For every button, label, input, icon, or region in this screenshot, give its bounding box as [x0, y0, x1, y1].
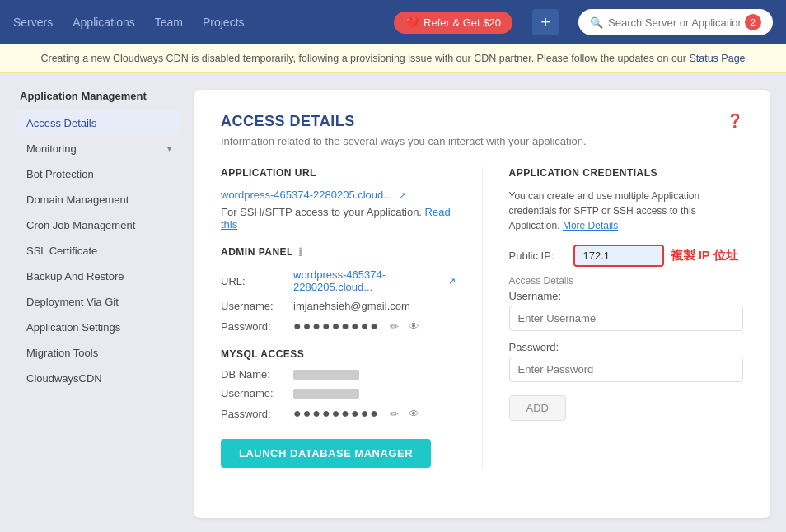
- search-input[interactable]: [608, 16, 740, 29]
- sidebar-item-access-details[interactable]: Access Details: [16, 110, 181, 136]
- admin-help-icon[interactable]: ℹ: [298, 245, 302, 259]
- mysql-password-label: Password:: [221, 408, 287, 420]
- add-button[interactable]: +: [532, 9, 559, 35]
- app-url-row: wordpress-465374-2280205.cloud... ↗: [221, 189, 456, 201]
- mysql-show-icon[interactable]: 👁: [409, 408, 419, 420]
- admin-url-label: URL:: [221, 275, 287, 287]
- left-column: APPLICATION URL wordpress-465374-2280205…: [221, 167, 456, 468]
- admin-panel-title: ADMIN PANEL: [221, 246, 293, 258]
- username-field-label: Access Details: [509, 275, 744, 287]
- page-subtitle: Information related to the several ways …: [221, 135, 587, 147]
- add-credential-button[interactable]: ADD: [509, 395, 566, 421]
- navbar: Servers Applications Team Projects ❤️ Re…: [0, 0, 786, 44]
- search-icon: 🔍: [590, 16, 603, 29]
- sidebar-item-backup-and-restore[interactable]: Backup And Restore: [16, 264, 181, 289]
- heart-icon: ❤️: [405, 16, 419, 29]
- status-page-link[interactable]: Status Page: [689, 53, 745, 64]
- show-password-icon[interactable]: 👁: [409, 320, 419, 333]
- admin-url-row: URL: wordpress-465374-2280205.cloud... ↗: [221, 268, 456, 293]
- content-header: ACCESS DETAILS Information related to th…: [221, 113, 743, 167]
- public-ip-row: Public IP: 172.1 複製 IP 位址: [509, 245, 744, 267]
- notification-badge: 2: [745, 14, 761, 30]
- nav-applications[interactable]: Applications: [73, 16, 135, 29]
- mysql-username-value: [293, 389, 359, 399]
- refer-button[interactable]: ❤️ Refer & Get $20: [394, 12, 512, 34]
- main-layout: Application Management Access Details Mo…: [0, 73, 786, 532]
- cred-username-label: Username:: [509, 290, 744, 302]
- password-field-wrapper: Password:: [509, 341, 744, 387]
- app-url-link[interactable]: wordpress-465374-2280205.cloud...: [221, 189, 392, 201]
- mysql-username-label: Username:: [221, 387, 287, 399]
- username-input[interactable]: [509, 306, 744, 331]
- public-ip-value: 172.1: [573, 245, 664, 267]
- db-name-value: [293, 370, 359, 380]
- password-input[interactable]: [509, 357, 744, 382]
- edit-password-icon[interactable]: ✏: [390, 320, 399, 333]
- sidebar: Application Management Access Details Mo…: [16, 90, 181, 518]
- banner-text: Creating a new Cloudways CDN is disabled…: [40, 53, 686, 64]
- admin-username-label: Username:: [221, 300, 287, 312]
- sidebar-item-cron-job-management[interactable]: Cron Job Management: [16, 212, 181, 238]
- nav-team[interactable]: Team: [155, 16, 183, 29]
- admin-password-label: Password:: [221, 320, 287, 333]
- public-ip-label: Public IP:: [509, 250, 567, 262]
- page-title: ACCESS DETAILS: [221, 113, 587, 130]
- sidebar-item-migration-tools[interactable]: Migration Tools: [16, 340, 181, 366]
- mysql-password-row: Password: ●●●●●●●●● ✏ 👁: [221, 406, 456, 421]
- sidebar-item-ssl-certificate[interactable]: SSL Certificate: [16, 238, 181, 264]
- admin-url-value[interactable]: wordpress-465374-2280205.cloud...: [293, 268, 438, 293]
- mysql-username-row: Username:: [221, 387, 456, 399]
- app-credentials-title: APPLICATION CREDENTIALS: [509, 167, 744, 179]
- external-link-icon[interactable]: ↗: [399, 190, 406, 200]
- launch-database-manager-button[interactable]: LAUNCH DATABASE MANAGER: [221, 439, 431, 468]
- nav-projects[interactable]: Projects: [203, 16, 245, 29]
- db-name-row: DB Name:: [221, 368, 456, 380]
- admin-username-row: Username: imjanehsieh@gmail.com: [221, 300, 456, 312]
- right-column: APPLICATION CREDENTIALS You can create a…: [482, 167, 744, 468]
- sidebar-item-domain-management[interactable]: Domain Management: [16, 187, 181, 212]
- content-panel: ACCESS DETAILS Information related to th…: [194, 90, 770, 518]
- admin-password-row: Password: ●●●●●●●●● ✏ 👁: [221, 319, 456, 334]
- sidebar-item-deployment-via-git[interactable]: Deployment Via Git: [16, 289, 181, 315]
- app-url-section-title: APPLICATION URL: [221, 167, 456, 179]
- chevron-down-icon: ▾: [167, 144, 171, 153]
- mysql-section-title: MYSQL ACCESS: [221, 348, 456, 360]
- banner: Creating a new Cloudways CDN is disabled…: [0, 44, 786, 73]
- sidebar-item-monitoring[interactable]: Monitoring ▾: [16, 136, 181, 161]
- nav-servers[interactable]: Servers: [13, 16, 53, 29]
- admin-password-dots: ●●●●●●●●●: [293, 319, 380, 334]
- admin-external-icon[interactable]: ↗: [448, 276, 456, 287]
- sidebar-item-application-settings[interactable]: Application Settings: [16, 315, 181, 340]
- admin-username-value: imjanehsieh@gmail.com: [293, 300, 410, 312]
- two-column-layout: APPLICATION URL wordpress-465374-2280205…: [221, 167, 743, 468]
- sidebar-title: Application Management: [16, 90, 181, 102]
- cred-desc-text: You can create and use multiple Applicat…: [509, 189, 744, 233]
- help-icon[interactable]: ❓: [727, 113, 743, 128]
- more-details-link[interactable]: More Details: [563, 220, 618, 231]
- db-name-label: DB Name:: [221, 368, 287, 380]
- ssh-sftp-text: For SSH/SFTP access to your Application.…: [221, 206, 456, 231]
- refer-label: Refer & Get $20: [423, 16, 501, 29]
- mysql-edit-icon[interactable]: ✏: [390, 408, 399, 420]
- search-bar: 🔍 2: [578, 9, 773, 35]
- cred-password-label: Password:: [509, 341, 744, 353]
- admin-panel-section: ADMIN PANEL ℹ: [221, 245, 456, 259]
- copy-ip-label[interactable]: 複製 IP 位址: [671, 248, 738, 264]
- username-field-wrapper: Access Details Username:: [509, 275, 744, 336]
- mysql-password-dots: ●●●●●●●●●: [293, 406, 380, 421]
- sidebar-item-bot-protection[interactable]: Bot Protection: [16, 161, 181, 187]
- sidebar-item-cloudwayscdn[interactable]: CloudwaysCDN: [16, 366, 181, 391]
